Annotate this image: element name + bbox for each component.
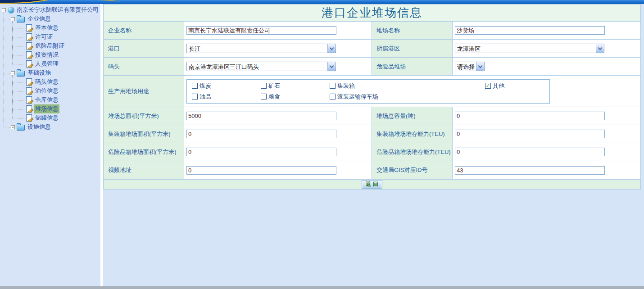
- yard-usage-group: 煤炭 矿石 集装箱 其他: [186, 79, 550, 104]
- page-edit-icon: [26, 114, 32, 122]
- page-edit-icon: [26, 33, 32, 41]
- sidebar-tree: - 南京长宁水陆联运有限责任公司 - 企业信息 基本信息 许可证: [0, 4, 100, 286]
- tree-connector: [12, 28, 26, 28]
- wharf-label: 码头: [104, 58, 184, 76]
- return-button[interactable]: 返 回: [362, 180, 382, 189]
- tree-connector: [4, 19, 11, 19]
- usage-checkbox-container[interactable]: 集装箱: [330, 81, 485, 91]
- sidebar-item-yard-info[interactable]: 堆场信息: [0, 104, 100, 113]
- port-area-label: 所属港区: [372, 40, 453, 58]
- container-area-label: 集装箱堆场面积(平方米): [104, 125, 184, 143]
- usage-checkbox-ore[interactable]: 矿石: [261, 81, 330, 91]
- tree-connector: [12, 37, 26, 37]
- checkbox-icon: [261, 94, 267, 99]
- tree-connector: [12, 109, 26, 109]
- folder-open-icon: [17, 71, 25, 77]
- gis-id-input[interactable]: [455, 166, 605, 175]
- page-root: - 南京长宁水陆联运有限责任公司 - 企业信息 基本信息 许可证: [0, 0, 644, 289]
- usage-checkbox-grain[interactable]: 粮食: [261, 91, 330, 102]
- content-area: 港口企业堆场信息 企业名称 堆场名称 港口: [103, 4, 644, 286]
- page-edit-icon: [26, 78, 32, 86]
- yard-info-form: 港口企业堆场信息 企业名称 堆场名称 港口: [103, 4, 641, 190]
- sidebar-item-company-root[interactable]: - 南京长宁水陆联运有限责任公司: [0, 5, 100, 14]
- checkbox-icon: [192, 94, 198, 99]
- dangerous-yard-select[interactable]: 请选择: [455, 62, 485, 71]
- gis-id-label: 交通局GIS对应ID号: [372, 161, 453, 180]
- usage-checkbox-other[interactable]: 其他: [485, 81, 549, 91]
- dangerous-area-label: 危险品箱堆场面积(平方米): [104, 143, 184, 161]
- container-capacity-input[interactable]: [455, 130, 605, 138]
- dangerous-capacity-input[interactable]: [455, 148, 605, 156]
- sidebar-item-berth-info[interactable]: 泊位信息: [0, 86, 100, 95]
- tree-connector: [12, 82, 26, 82]
- globe-icon: [8, 7, 14, 14]
- port-select[interactable]: 长江: [186, 44, 336, 53]
- checkbox-icon: [192, 83, 198, 89]
- yard-usage-label: 生产用堆场用途: [104, 76, 184, 107]
- page-edit-icon: [26, 96, 32, 104]
- yard-name-input[interactable]: [455, 26, 605, 35]
- sidebar-item-tank-info[interactable]: 储罐信息: [0, 113, 100, 122]
- port-area-select[interactable]: 龙潭港区: [455, 44, 604, 53]
- sidebar-item-investment[interactable]: 投资情况: [0, 50, 100, 59]
- tree-connector: [12, 100, 26, 100]
- sidebar-item-infrastructure[interactable]: - 基础设施: [0, 68, 100, 77]
- wharf-select[interactable]: 南京港龙潭港区三江口码头: [186, 62, 336, 71]
- total-capacity-input[interactable]: [455, 112, 605, 120]
- container-area-input[interactable]: [186, 130, 336, 138]
- page-title: 港口企业堆场信息: [322, 5, 422, 21]
- chevron-down-icon: [327, 62, 336, 71]
- folder-closed-icon: [17, 125, 25, 131]
- usage-checkbox-coal[interactable]: 煤炭: [192, 81, 261, 91]
- sidebar-item-facility-info[interactable]: + 设施信息: [0, 122, 100, 131]
- chevron-down-icon: [327, 44, 336, 53]
- usage-checkbox-roro-parking[interactable]: 滚装运输停车场: [330, 91, 485, 102]
- dangerous-area-input[interactable]: [186, 148, 336, 156]
- top-banner: [0, 0, 644, 4]
- collapse-toggle-icon[interactable]: -: [11, 17, 15, 21]
- tree-connector: [12, 64, 26, 64]
- port-label: 港口: [104, 40, 184, 58]
- form-title-row: 港口企业堆场信息: [104, 5, 640, 22]
- video-url-label: 视频地址: [104, 161, 184, 180]
- checkbox-icon: [261, 83, 267, 89]
- page-edit-icon: [26, 51, 32, 59]
- company-name-label: 企业名称: [104, 22, 184, 40]
- total-area-input[interactable]: [186, 112, 336, 120]
- sidebar-item-dangerous-goods-cert[interactable]: 危险品附证: [0, 41, 100, 50]
- bottom-bar: [0, 286, 644, 289]
- checkbox-checked-icon: [485, 83, 491, 89]
- company-name-input[interactable]: [186, 26, 336, 35]
- sidebar-item-basic-info[interactable]: 基本信息: [0, 23, 100, 32]
- chevron-down-icon: [476, 62, 484, 71]
- sidebar-item-enterprise-info[interactable]: - 企业信息: [0, 14, 100, 23]
- collapse-toggle-icon[interactable]: -: [11, 71, 15, 75]
- checkbox-icon: [330, 94, 336, 99]
- tree-connector: [12, 118, 26, 118]
- tree-connector: [4, 73, 11, 73]
- expand-toggle-icon[interactable]: +: [11, 125, 15, 129]
- page-edit-icon: [26, 87, 32, 95]
- sidebar-item-license[interactable]: 许可证: [0, 32, 100, 41]
- selected-tree-item-label: 堆场信息: [34, 104, 59, 113]
- container-capacity-label: 集装箱堆场堆存能力(TEU): [372, 125, 453, 143]
- sidebar-item-wharf-info[interactable]: 码头信息: [0, 77, 100, 86]
- tree-connector: [4, 127, 11, 127]
- page-edit-icon: [26, 42, 32, 50]
- chevron-down-icon: [596, 44, 604, 53]
- video-url-input[interactable]: [186, 166, 336, 175]
- page-edit-icon: [26, 105, 32, 113]
- dangerous-capacity-label: 危险品箱堆场堆存能力(TEU): [372, 143, 453, 161]
- form-footer-row: 返 回: [104, 180, 640, 189]
- tree-connector: [12, 55, 26, 55]
- collapse-toggle-icon[interactable]: -: [2, 8, 6, 12]
- usage-checkbox-oil[interactable]: 油品: [192, 91, 261, 102]
- page-edit-icon: [26, 24, 32, 32]
- tree-connector: [12, 91, 26, 91]
- dangerous-yard-label: 危险品堆场: [372, 58, 453, 76]
- total-area-label: 堆场总面积(平方米): [104, 107, 184, 125]
- banner-swoosh-graphic: [0, 0, 644, 4]
- sidebar-item-warehouse-info[interactable]: 仓库信息: [0, 95, 100, 104]
- sidebar-item-personnel[interactable]: 人员管理: [0, 59, 100, 68]
- total-capacity-label: 堆场总容量(吨): [372, 107, 453, 125]
